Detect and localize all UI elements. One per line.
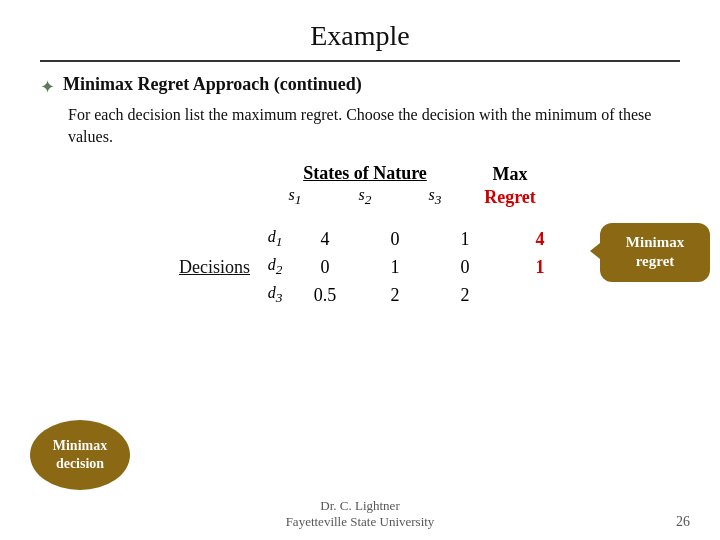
col-header-s2: s2 (330, 186, 400, 208)
cell-d3-s2: 2 (360, 285, 430, 306)
decisions-label-col-2: Decisions (140, 257, 260, 278)
cell-d2-s2: 1 (360, 257, 430, 278)
col-header-s1: s1 (260, 186, 330, 208)
page-title: Example (40, 20, 680, 52)
cell-d2-s3: 0 (430, 257, 500, 278)
cell-d1-s1: 4 (290, 229, 360, 250)
d2-label: d2 (260, 256, 290, 278)
table-header-row: States of Nature s1 s2 s3 Max Regret (140, 163, 580, 208)
bullet-heading: Minimax Regret Approach (continued) (63, 74, 362, 95)
minimax-regret-callout: Minimaxregret (600, 223, 710, 282)
minimax-decision-bubble: Minimaxdecision (30, 420, 130, 490)
table-row: d1 4 0 1 4 (140, 228, 580, 250)
decisions-label: Decisions (179, 257, 250, 278)
main-page: Example ✦ Minimax Regret Approach (conti… (0, 0, 720, 540)
bullet-diamond-icon: ✦ (40, 76, 55, 98)
bullet-subtext: For each decision list the maximum regre… (68, 104, 680, 149)
states-header: States of Nature s1 s2 s3 (260, 163, 470, 208)
cell-d1-s2: 0 (360, 229, 430, 250)
table-row: d3 0.5 2 2 (140, 284, 580, 306)
max-d2: 1 (500, 257, 580, 278)
page-number: 26 (676, 514, 690, 530)
d1-label: d1 (260, 228, 290, 250)
col-header-s3: s3 (400, 186, 470, 208)
footer: Dr. C. Lightner Fayetteville State Unive… (0, 498, 720, 530)
d3-label: d3 (260, 284, 290, 306)
states-of-nature-label: States of Nature (260, 163, 470, 184)
cell-d1-s3: 1 (430, 229, 500, 250)
table-row: Decisions d2 0 1 0 1 (140, 256, 580, 278)
footer-line1: Dr. C. Lightner (320, 498, 399, 513)
sub-header-row: s1 s2 s3 (260, 186, 470, 208)
max-header: Max Regret (470, 164, 550, 208)
title-divider (40, 60, 680, 62)
cell-d3-s1: 0.5 (290, 285, 360, 306)
max-label: Max (470, 164, 550, 185)
data-rows: d1 4 0 1 4 Decisions d2 0 1 0 1 (140, 228, 580, 307)
regret-label: Regret (470, 187, 550, 208)
cell-d2-s1: 0 (290, 257, 360, 278)
max-d1: 4 (500, 229, 580, 250)
cell-d3-s3: 2 (430, 285, 500, 306)
table-area: States of Nature s1 s2 s3 Max Regret (40, 163, 680, 307)
footer-line2: Fayetteville State University (286, 514, 435, 529)
bullet-section: ✦ Minimax Regret Approach (continued) (40, 74, 680, 98)
data-table: States of Nature s1 s2 s3 Max Regret (140, 163, 580, 307)
